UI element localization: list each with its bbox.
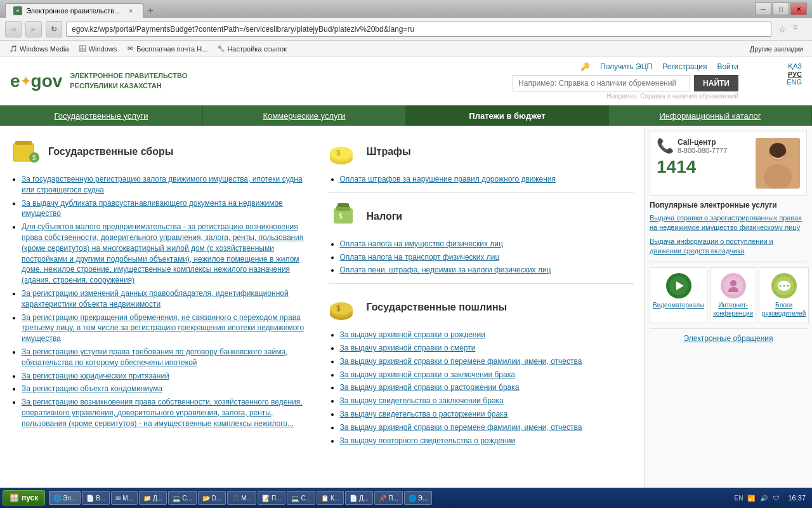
search-input[interactable]	[513, 75, 690, 91]
duty-link-2[interactable]: За выдачу архивной справки о перемене фа…	[340, 357, 582, 366]
taskbar-item-12[interactable]: 🌐Э...	[404, 491, 433, 505]
taskbar-item-0[interactable]: 🌐Эл...	[49, 491, 81, 505]
other-bookmarks[interactable]: Другие закладки	[746, 44, 807, 54]
minimize-button[interactable]: ─	[755, 3, 771, 15]
taskbar-icon: 🌐	[53, 495, 61, 502]
taskbar-item-5[interactable]: 📂D...	[198, 491, 226, 505]
nav-payments[interactable]: Платежи в бюджет	[406, 105, 609, 126]
popular-services: Популярные электронные услуги Выдача спр…	[650, 201, 807, 257]
bookmark-windows[interactable]: 🪟 Windows	[74, 43, 121, 55]
state-fee-link-5[interactable]: За регистрацию уступки права требования …	[22, 347, 287, 367]
taskbar-item-2[interactable]: ✉М...	[111, 491, 138, 505]
taskbar-icon: 📝	[262, 495, 270, 502]
tax-link-1[interactable]: Оплата налога на транспорт физических ли…	[340, 253, 500, 262]
taskbar-item-4[interactable]: 💻С...	[168, 491, 197, 505]
tax-link-2[interactable]: Оплата пени, штрафа, недоимки за налоги …	[340, 265, 551, 274]
svg-point-26	[779, 284, 781, 286]
bookmark-star-icon[interactable]: ☆	[775, 22, 789, 36]
conference-label: Интернет-конференции	[713, 301, 753, 318]
back-button[interactable]: ◄	[5, 21, 22, 37]
tray-sound-icon: 🔊	[759, 493, 769, 503]
taskbar-icon: 📄	[350, 495, 357, 502]
svg-point-6	[330, 147, 353, 159]
bookmark-mail[interactable]: ✉ Бесплатная почта Н...	[122, 43, 211, 55]
blogs-box[interactable]: Блоги руководителей	[759, 267, 809, 323]
close-button[interactable]: ✕	[790, 3, 807, 15]
state-fee-link-4[interactable]: За регистрацию прекращения обременения, …	[22, 313, 304, 344]
lang-rus[interactable]: РУС	[787, 70, 802, 78]
popular-title: Популярные электронные услуги	[650, 201, 807, 210]
state-fee-link-0[interactable]: За государственную регистрацию залога дв…	[22, 175, 303, 194]
taskbar-item-10[interactable]: 📄Д...	[345, 491, 373, 505]
tab-close-button[interactable]: ×	[126, 6, 135, 15]
call-center-label: Call-центр	[678, 138, 727, 147]
popular-link-1[interactable]: Выдача информации о поступлении и движен…	[650, 237, 807, 257]
taskbar-icon: 🌐	[409, 495, 416, 502]
active-tab[interactable]: e Электронное правительств... ×	[5, 3, 143, 18]
tax-link-0[interactable]: Оплата налога на имущество физических ли…	[340, 239, 503, 248]
forward-button[interactable]: ►	[25, 21, 42, 37]
list-item: За государственную регистрацию залога дв…	[22, 174, 316, 196]
new-tab-button[interactable]: +	[143, 4, 157, 18]
sidebar-divider	[650, 262, 807, 262]
maximize-button[interactable]: □	[773, 3, 789, 15]
nav-info-catalog[interactable]: Информационный каталог	[609, 105, 812, 126]
state-fee-link-2[interactable]: Для субъектов малого предпринимательства…	[22, 222, 303, 284]
bookmarks-bar: 🎵 Windows Media 🪟 Windows ✉ Бесплатная п…	[0, 41, 812, 57]
lang-kaz[interactable]: ҚАЗ	[787, 62, 802, 70]
address-bar[interactable]	[66, 22, 771, 37]
tools-icon[interactable]: ≡	[793, 22, 807, 36]
duty-link-8[interactable]: За выдачу повторного свидетельства о рож…	[340, 436, 516, 445]
section-divider	[329, 192, 634, 193]
svg-text:$: $	[336, 149, 341, 157]
fine-link-0[interactable]: Оплата штрафов за нарушение правил дорож…	[340, 175, 556, 184]
list-item: За выдачу свидетельства о расторжении бр…	[340, 409, 634, 420]
logo: e✦gov ЭЛЕКТРОННОЕ ПРАВИТЕЛЬСТВО РЕСПУБЛИ…	[10, 71, 187, 91]
duty-link-7[interactable]: За выдачу архивной справки о перемене фа…	[340, 423, 582, 432]
bookmark-windows-media[interactable]: 🎵 Windows Media	[5, 43, 73, 55]
header-center: 🔑 Получить ЭЦП Регистрация Войти НАЙТИ Н…	[187, 62, 738, 100]
taskbar-item-6[interactable]: 🎵М...	[227, 491, 256, 505]
fines-header: $ Штрафы	[329, 136, 634, 168]
state-fee-link-6[interactable]: За регистрацию юридических притязаний	[22, 371, 169, 380]
bookmark-settings[interactable]: 🔧 Настройка ссылок	[213, 43, 291, 55]
taskbar-item-1[interactable]: 📄В...	[82, 491, 110, 505]
windows-logo-icon: 🪟	[10, 493, 19, 502]
duty-link-5[interactable]: За выдачу свидетельства о заключении бра…	[340, 396, 504, 405]
window-controls: ─ □ ✕	[755, 3, 807, 15]
taskbar-icon: ✉	[115, 495, 121, 502]
get-ecp-link[interactable]: Получить ЭЦП	[600, 62, 652, 71]
taskbar-item-9[interactable]: 📋К...	[317, 491, 344, 505]
popular-link-0[interactable]: Выдача справки о зарегистрированных прав…	[650, 213, 807, 233]
bookmark-label: Windows	[89, 45, 117, 53]
appeals-link[interactable]: Электронные обращения	[683, 334, 773, 343]
state-fee-link-1[interactable]: За выдачу дубликата правоустанавливающег…	[22, 199, 283, 218]
register-link[interactable]: Регистрация	[662, 62, 707, 71]
taskbar-item-3[interactable]: 📁Д...	[139, 491, 167, 505]
tray-antivirus-icon: 🛡	[771, 493, 782, 503]
duty-link-4[interactable]: За выдачу архивной справки о расторжении…	[340, 383, 520, 392]
state-fee-link-7[interactable]: За регистрацию объекта кондоминиума	[22, 384, 162, 393]
duty-link-3[interactable]: За выдачу архивной справки о заключении …	[340, 370, 515, 379]
taskbar-item-11[interactable]: 📌П...	[374, 491, 403, 505]
refresh-button[interactable]: ↻	[46, 21, 62, 37]
list-item: За выдачу архивной справки о смерти	[340, 343, 634, 354]
internet-conf-box[interactable]: Интернет-конференции	[710, 267, 756, 323]
duty-link-1[interactable]: За выдачу архивной справки о смерти	[340, 344, 476, 352]
search-button[interactable]: НАЙТИ	[694, 75, 738, 91]
duties-title: Государственные пошлины	[367, 302, 508, 313]
video-materials-box[interactable]: Видеоматериалы	[650, 267, 707, 323]
nav-commercial-services[interactable]: Коммерческие услуги	[203, 105, 406, 126]
lang-eng[interactable]: ENG	[787, 78, 802, 86]
nav-state-services[interactable]: Государственные услуги	[0, 105, 203, 126]
start-button[interactable]: 🪟 пуск	[3, 490, 45, 505]
login-link[interactable]: Войти	[717, 62, 738, 71]
duty-link-0[interactable]: За выдачу архивной справки о рождении	[340, 330, 485, 339]
state-fee-link-3[interactable]: За регистрацию изменений данных правообл…	[22, 289, 289, 309]
duty-link-6[interactable]: За выдачу свидетельства о расторжении бр…	[340, 410, 508, 418]
taskbar-item-7[interactable]: 📝П...	[258, 491, 286, 505]
taskbar-item-8[interactable]: 💻C...	[287, 491, 315, 505]
sidebar-divider-2	[650, 328, 807, 329]
state-fee-link-8[interactable]: За регистрацию возникновения права собст…	[22, 398, 303, 428]
list-item: За регистрацию уступки права требования …	[22, 347, 316, 368]
